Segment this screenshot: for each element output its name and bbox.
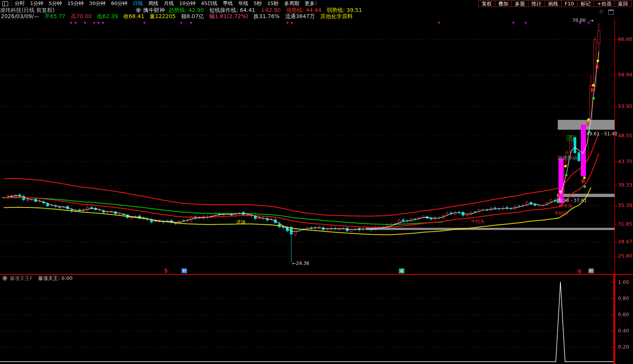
period-tab-11[interactable]: 季线 <box>223 0 233 7</box>
indicator-values: 趋势线: 42.90短线操作线: 64.41↓42.90强势线: 44.44弱势… <box>169 7 367 13</box>
period-tab-8[interactable]: 月线 <box>164 0 174 7</box>
tdx-app: 分时1分钟5分钟15分钟30分钟60分钟日线周线月线10分钟45日线季线年线5秒… <box>0 0 633 364</box>
period-tabs: 分时1分钟5分钟15分钟30分钟60分钟日线周线月线10分钟45日线季线年线5秒… <box>15 0 320 7</box>
topbar-button-5[interactable]: F10 <box>561 0 577 7</box>
diamond-icon[interactable]: ◇ <box>599 8 603 14</box>
topbar-right-buttons: 复权叠加多股统计画线F10标记+自选返回 <box>479 0 631 7</box>
topbar-button-3[interactable]: 统计 <box>528 0 545 7</box>
indicator-field-2: ↓42.90 <box>261 7 281 13</box>
quote-field-2: 高70.00 <box>71 13 92 19</box>
period-tab-15[interactable]: 多周期 <box>284 0 299 7</box>
info-row-1: 凌玮科技(日线 前复权) v 擒牛财神 趋势线: 42.90短线操作线: 64.… <box>0 7 633 13</box>
chart-canvas[interactable] <box>0 0 633 364</box>
indicator-field-0: 趋势线: 42.90 <box>169 7 204 13</box>
period-tab-12[interactable]: 年线 <box>238 0 248 7</box>
topbar-button-8[interactable]: 返回 <box>614 0 631 7</box>
topbar-button-6[interactable]: 标记 <box>577 0 594 7</box>
period-tab-6[interactable]: 日线 <box>133 0 143 7</box>
topbar-button-4[interactable]: 画线 <box>545 0 562 7</box>
period-tab-14[interactable]: 15秒 <box>267 0 279 7</box>
info-row-2: 2026/03/09/—开65.77高70.00低62.39收68.41量122… <box>1 13 633 19</box>
period-tab-5[interactable]: 60分钟 <box>111 0 128 7</box>
quote-field-1: 开65.77 <box>44 13 65 19</box>
topbar: 分时1分钟5分钟15分钟30分钟60分钟日线周线月线10分钟45日线季线年线5秒… <box>0 0 633 7</box>
topbar-button-0[interactable]: 复权 <box>478 0 495 7</box>
indicator-name: 擒牛财神 <box>143 7 165 13</box>
quote-field-7: 幅1.81(2.72%) <box>209 13 248 19</box>
indicator-field-4: 弱势线: 39.51 <box>327 7 362 13</box>
topbar-button-1[interactable]: 叠加 <box>495 0 512 7</box>
period-tab-0[interactable]: 分时 <box>15 0 25 7</box>
period-tab-9[interactable]: 10分钟 <box>179 0 196 7</box>
stock-title: 凌玮科技(日线 前复权) <box>0 7 136 13</box>
quote-field-5: 量122205 <box>150 13 176 19</box>
quote-field-3: 低62.39 <box>97 13 118 19</box>
topbar-button-7[interactable]: +自选 <box>594 0 615 7</box>
sub-indicator-value: 暴涨天王: 0.00 <box>38 275 72 282</box>
chevron-down-icon[interactable]: v <box>136 8 141 13</box>
quote-field-4: 收68.41 <box>124 13 144 19</box>
chevron-down-icon[interactable]: v <box>2 276 7 281</box>
sub-panel-header: v 暴涨天王F 暴涨天王: 0.00 <box>0 275 73 281</box>
period-tab-2[interactable]: 5分钟 <box>49 0 62 7</box>
period-tab-16[interactable]: 更多〉 <box>305 0 320 7</box>
panel-window-icon[interactable] <box>608 10 614 15</box>
quote-field-9: 流通3847万 <box>285 13 315 19</box>
indicator-field-1: 短线操作线: 64.41 <box>209 7 255 13</box>
period-tab-1[interactable]: 1分钟 <box>30 0 43 7</box>
period-tab-7[interactable]: 周线 <box>148 0 158 7</box>
indicator-field-3: 强势线: 44.44 <box>286 7 321 13</box>
window-layout-icon[interactable] <box>2 1 8 6</box>
period-tab-3[interactable]: 15分钟 <box>68 0 84 7</box>
period-tab-10[interactable]: 45日线 <box>201 0 218 7</box>
period-tab-4[interactable]: 30分钟 <box>89 0 106 7</box>
quote-field-10: 其他化学原料 <box>320 13 353 19</box>
quote-field-0: 2026/03/09/— <box>1 13 39 19</box>
quote-field-6: 额8.07亿 <box>181 13 204 19</box>
quote-field-8: 换31.76% <box>254 13 279 19</box>
topbar-separator <box>11 0 12 7</box>
period-tab-13[interactable]: 5秒 <box>254 0 262 7</box>
topbar-button-2[interactable]: 多股 <box>511 0 528 7</box>
sub-indicator-name: 暴涨天王F <box>10 275 32 282</box>
